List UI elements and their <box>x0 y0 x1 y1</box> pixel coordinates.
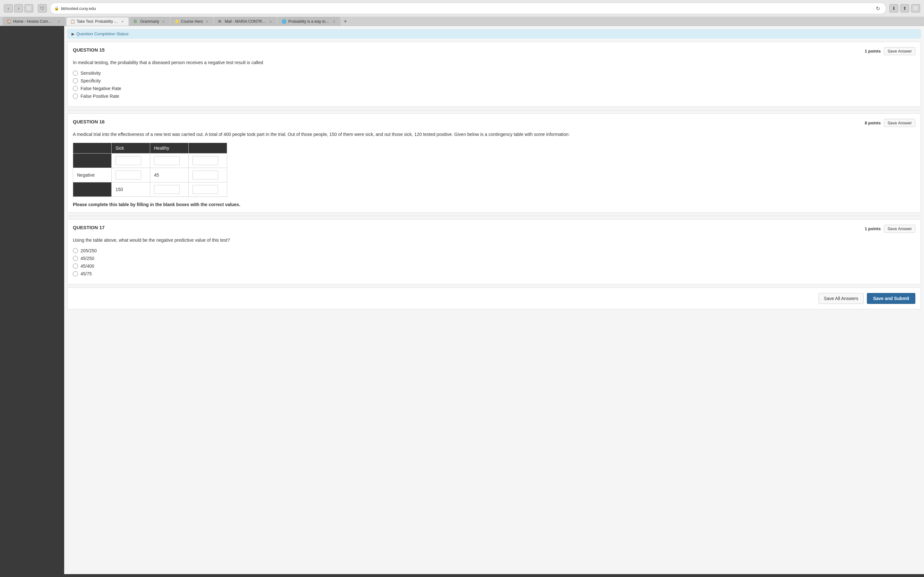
input-totals-total[interactable] <box>192 185 218 194</box>
address-bar[interactable]: 🔒 bbhosted.cuny.edu ↻ <box>50 3 886 14</box>
save-submit-button[interactable]: Save and Submit <box>867 293 915 304</box>
tab-home[interactable]: 🏠 Home - Hostos Community... × <box>3 17 65 26</box>
divider-16-17 <box>67 216 921 216</box>
tab-label-probability: Probability is a way to quan... <box>288 19 330 24</box>
tab-close-mail[interactable]: × <box>268 19 273 24</box>
tab-close-coursehero[interactable]: × <box>205 19 209 24</box>
question-16-meta: 8 points Save Answer <box>865 119 915 127</box>
table-header-total <box>189 143 227 153</box>
false-positive-label[interactable]: False Positive Rate <box>81 93 120 99</box>
question-16-title: QUESTION 16 <box>73 119 105 124</box>
input-negative-total[interactable] <box>192 171 218 179</box>
browser-actions: ⬇ ⬆ ⬜ <box>889 4 920 13</box>
download-icon[interactable]: ⬇ <box>889 4 898 13</box>
completion-status-bar[interactable]: ▶ Question Completion Status: <box>67 29 921 39</box>
share-icon[interactable]: ⬆ <box>900 4 909 13</box>
input-positive-sick[interactable] <box>115 156 141 165</box>
value-negative-healthy: 45 <box>154 172 159 177</box>
tab-close-probability[interactable]: × <box>332 19 336 24</box>
q17-opt2-label[interactable]: 45/250 <box>81 256 94 261</box>
question-16-header: QUESTION 16 8 points Save Answer <box>73 119 915 127</box>
tab-probability[interactable]: 🌐 Probability is a way to quan... × <box>278 17 341 26</box>
browser-chrome: ‹ › ⬜ 🛡 🔒 bbhosted.cuny.edu ↻ ⬇ ⬆ ⬜ <box>0 0 924 17</box>
tab-label-mail: Mail - MARIA CONTRERAS... <box>225 19 266 24</box>
tab-favicon-home: 🏠 <box>7 19 11 24</box>
tab-coursehero[interactable]: ⭐ Course Hero × <box>170 17 213 26</box>
option-45-250: 45/250 <box>73 256 915 261</box>
table-cell-negative-sick <box>111 168 150 182</box>
specificity-radio[interactable] <box>73 78 78 83</box>
content-area: ▶ Question Completion Status: QUESTION 1… <box>64 26 924 574</box>
q17-opt1-radio[interactable] <box>73 248 78 253</box>
tab-test[interactable]: 📋 Take Test: Probability Assi... × <box>66 17 129 26</box>
table-cell-negative-label: Negative <box>73 168 111 182</box>
tab-label-test: Take Test: Probability Assi... <box>77 19 118 24</box>
value-totals-sick: 150 <box>115 187 123 192</box>
page-footer: Save All Answers Save and Submit <box>67 287 921 309</box>
table-cell-positive-label <box>73 153 111 168</box>
question-15-text: In medical testing, the probability that… <box>73 59 915 66</box>
nav-buttons: ‹ › ⬜ <box>4 4 33 13</box>
main-layout: ▶ Question Completion Status: QUESTION 1… <box>0 26 924 574</box>
sensitivity-label[interactable]: Sensitivity <box>81 71 101 76</box>
q17-opt2-radio[interactable] <box>73 256 78 261</box>
tab-label-grammarly: Grammarly <box>140 19 159 24</box>
option-false-positive: False Positive Rate <box>73 93 915 99</box>
table-row-totals: 150 <box>73 182 227 197</box>
reload-button[interactable]: ↻ <box>874 4 882 13</box>
q17-opt3-radio[interactable] <box>73 263 78 269</box>
new-tab-button[interactable]: + <box>341 17 349 26</box>
sensitivity-radio[interactable] <box>73 71 78 76</box>
question-17-block: QUESTION 17 1 points Save Answer Using t… <box>67 219 921 284</box>
tab-grammarly[interactable]: G Grammarly × <box>129 17 170 26</box>
tab-favicon-probability: 🌐 <box>282 19 286 24</box>
option-205-250: 205/250 <box>73 248 915 253</box>
table-cell-negative-total <box>189 168 227 182</box>
false-negative-label[interactable]: False Negative Rate <box>81 86 121 91</box>
table-cell-totals-sick: 150 <box>111 182 150 197</box>
tab-favicon-coursehero: ⭐ <box>174 19 179 24</box>
tab-close-home[interactable]: × <box>57 19 61 24</box>
input-positive-total[interactable] <box>192 156 218 165</box>
tab-close-grammarly[interactable]: × <box>161 19 166 24</box>
divider-15-16 <box>67 110 921 110</box>
q17-opt4-radio[interactable] <box>73 271 78 276</box>
table-cell-negative-healthy: 45 <box>150 168 189 182</box>
question-15-save-button[interactable]: Save Answer <box>884 47 915 55</box>
input-negative-sick[interactable] <box>115 171 141 179</box>
question-17-save-button[interactable]: Save Answer <box>884 225 915 233</box>
view-button[interactable]: ⬜ <box>24 4 33 13</box>
table-cell-totals-total <box>189 182 227 197</box>
lock-icon: 🔒 <box>54 6 59 11</box>
window-icon[interactable]: ⬜ <box>911 4 920 13</box>
table-row-positive <box>73 153 227 168</box>
shield-icon[interactable]: 🛡 <box>38 4 47 13</box>
forward-button[interactable]: › <box>14 4 23 13</box>
browser-tabs: 🏠 Home - Hostos Community... × 📋 Take Te… <box>0 17 924 26</box>
tab-mail[interactable]: ✉ Mail - MARIA CONTRERAS... × <box>214 17 277 26</box>
input-totals-healthy[interactable] <box>154 185 180 194</box>
specificity-label[interactable]: Specificity <box>81 78 101 83</box>
url-text: bbhosted.cuny.edu <box>61 6 96 11</box>
tab-close-test[interactable]: × <box>120 19 125 24</box>
question-16-block: QUESTION 16 8 points Save Answer A medic… <box>67 113 921 212</box>
table-cell-positive-total <box>189 153 227 168</box>
table-row-negative: Negative 45 <box>73 168 227 182</box>
question-16-points: 8 points <box>865 121 881 125</box>
completion-arrow-icon: ▶ <box>71 32 74 36</box>
false-positive-radio[interactable] <box>73 93 78 99</box>
input-positive-healthy[interactable] <box>154 156 180 165</box>
table-cell-positive-sick <box>111 153 150 168</box>
save-all-answers-button[interactable]: Save All Answers <box>819 293 864 304</box>
sidebar <box>0 26 64 574</box>
table-cell-totals-healthy <box>150 182 189 197</box>
q17-opt3-label[interactable]: 45/400 <box>81 263 94 269</box>
contingency-table: Sick Healthy Negative <box>73 143 227 197</box>
false-negative-radio[interactable] <box>73 86 78 91</box>
tab-favicon-grammarly: G <box>134 19 138 24</box>
q17-opt1-label[interactable]: 205/250 <box>81 248 97 253</box>
q17-opt4-label[interactable]: 45/75 <box>81 271 92 276</box>
question-16-save-button[interactable]: Save Answer <box>884 119 915 127</box>
option-specificity: Specificity <box>73 78 915 83</box>
back-button[interactable]: ‹ <box>4 4 13 13</box>
